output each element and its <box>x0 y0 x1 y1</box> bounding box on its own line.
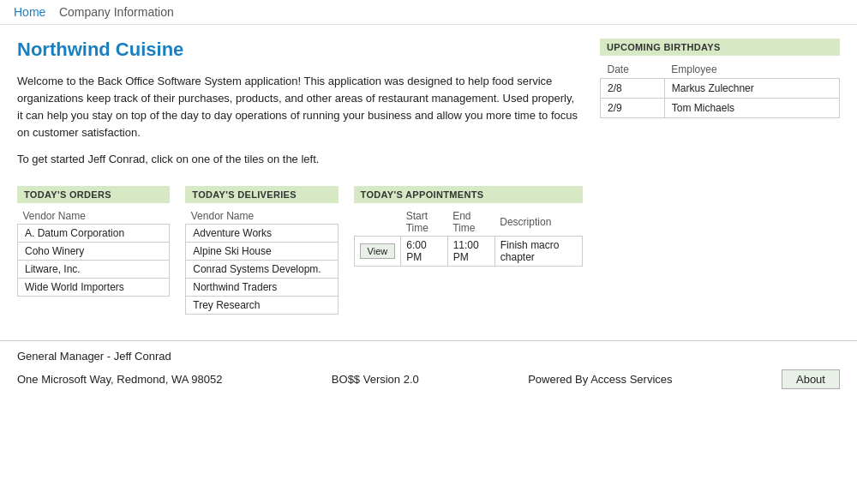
deliveries-row: Trey Research <box>186 296 338 314</box>
appointment-desc: Finish macro chapter <box>494 236 582 266</box>
appointments-header: TODAY'S APPOINTMENTS <box>354 186 583 203</box>
deliveries-vendor: Conrad Systems Developm. <box>186 260 338 278</box>
orders-row: Wide World Importers <box>18 278 170 296</box>
birthday-date: 2/9 <box>601 99 665 118</box>
breadcrumb: Home Company Information <box>0 0 857 25</box>
about-button[interactable]: About <box>782 369 840 389</box>
deliveries-vendor: Trey Research <box>186 296 338 314</box>
deliveries-header: TODAY'S DELIVERIES <box>185 186 338 203</box>
deliveries-vendor: Adventure Works <box>186 224 338 242</box>
right-panel: UPCOMING BIRTHDAYS Date Employee 2/8Mark… <box>600 39 840 315</box>
birthdays-section: UPCOMING BIRTHDAYS Date Employee 2/8Mark… <box>600 39 840 118</box>
appointments-col-desc: Description <box>494 208 582 237</box>
deliveries-row: Alpine Ski House <box>186 242 338 260</box>
sections-row: TODAY'S ORDERS Vendor Name A. Datum Corp… <box>17 186 583 315</box>
footer-version: BO$$ Version 2.0 <box>332 373 419 386</box>
orders-vendor: A. Datum Corporation <box>18 224 170 242</box>
appointments-col-end: End Time <box>447 208 494 237</box>
deliveries-vendor: Alpine Ski House <box>186 242 338 260</box>
deliveries-section: TODAY'S DELIVERIES Vendor Name Adventure… <box>185 186 338 315</box>
appointment-end: 11:00 PM <box>447 236 494 266</box>
birthdays-col-employee: Employee <box>664 61 839 79</box>
appointment-view-cell[interactable]: View <box>354 236 401 266</box>
orders-section: TODAY'S ORDERS Vendor Name A. Datum Corp… <box>17 186 170 315</box>
breadcrumb-separator <box>49 5 56 19</box>
orders-header: TODAY'S ORDERS <box>17 186 170 203</box>
appointments-section: TODAY'S APPOINTMENTS Start Time End Time… <box>354 186 583 315</box>
orders-vendor: Wide World Importers <box>18 278 170 296</box>
deliveries-table: Vendor Name Adventure WorksAlpine Ski Ho… <box>185 208 338 315</box>
appointment-view-button[interactable]: View <box>360 243 396 259</box>
birthdays-col-date: Date <box>601 61 665 79</box>
orders-vendor: Litware, Inc. <box>18 260 170 278</box>
welcome-text: Welcome to the Back Office Software Syst… <box>17 73 583 142</box>
main-content: Northwind Cuisine Welcome to the Back Of… <box>0 25 857 315</box>
appointment-start: 6:00 PM <box>401 236 447 266</box>
deliveries-col-vendor: Vendor Name <box>186 208 338 225</box>
birthday-employee: Markus Zulechner <box>664 79 839 99</box>
footer-row: One Microsoft Way, Redmond, WA 98052 BO$… <box>17 369 840 389</box>
footer-powered: Powered By Access Services <box>528 373 672 386</box>
footer-address: One Microsoft Way, Redmond, WA 98052 <box>17 373 222 386</box>
appointments-table: Start Time End Time Description View 6:0… <box>354 208 583 267</box>
appointments-col-action <box>354 208 401 237</box>
deliveries-row: Conrad Systems Developm. <box>186 260 338 278</box>
breadcrumb-current: Company Information <box>59 5 174 19</box>
breadcrumb-home-link[interactable]: Home <box>14 5 45 19</box>
birthday-employee: Tom Michaels <box>664 99 839 118</box>
birthdays-header: UPCOMING BIRTHDAYS <box>600 39 840 56</box>
company-title: Northwind Cuisine <box>17 39 583 61</box>
footer-manager: General Manager - Jeff Conrad <box>17 350 840 363</box>
get-started-text: To get started Jeff Conrad, click on one… <box>17 153 583 165</box>
deliveries-row: Adventure Works <box>186 224 338 242</box>
orders-table: Vendor Name A. Datum CorporationCoho Win… <box>17 208 170 297</box>
birthdays-row: 2/8Markus Zulechner <box>601 79 840 99</box>
appointments-row: View 6:00 PM 11:00 PM Finish macro chapt… <box>354 236 582 266</box>
birthdays-table: Date Employee 2/8Markus Zulechner2/9Tom … <box>600 61 840 118</box>
orders-row: Coho Winery <box>18 242 170 260</box>
deliveries-vendor: Northwind Traders <box>186 278 338 296</box>
appointments-col-start: Start Time <box>401 208 447 237</box>
orders-vendor: Coho Winery <box>18 242 170 260</box>
orders-row: A. Datum Corporation <box>18 224 170 242</box>
birthday-date: 2/8 <box>601 79 665 99</box>
footer: General Manager - Jeff Conrad One Micros… <box>0 340 857 398</box>
left-panel: Northwind Cuisine Welcome to the Back Of… <box>17 39 583 315</box>
orders-row: Litware, Inc. <box>18 260 170 278</box>
birthdays-row: 2/9Tom Michaels <box>601 99 840 118</box>
deliveries-row: Northwind Traders <box>186 278 338 296</box>
orders-col-vendor: Vendor Name <box>18 208 170 225</box>
